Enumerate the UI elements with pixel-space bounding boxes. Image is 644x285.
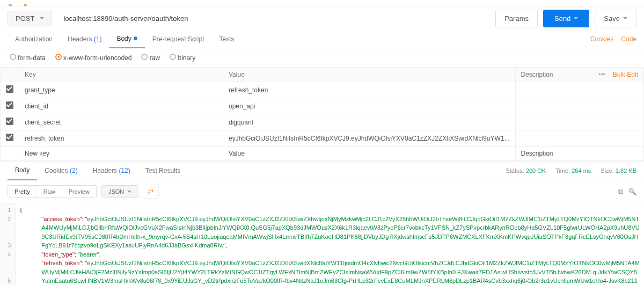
param-key[interactable]: client_id [19, 98, 223, 114]
chevron-down-icon [574, 17, 578, 19]
param-key[interactable]: client_secret [19, 114, 223, 130]
col-key: Key [19, 68, 223, 82]
resp-tab-cookies[interactable]: Cookies (2) [37, 161, 85, 180]
chevron-down-icon [623, 17, 627, 19]
view-segment: Pretty Raw Preview [8, 185, 97, 198]
param-desc[interactable] [515, 82, 644, 98]
time-value: 264 ms [572, 167, 591, 174]
format-bar: Pretty Raw Preview JSON ⇄ ⧉ 🔍 [0, 180, 644, 203]
send-button[interactable]: Send [543, 10, 589, 27]
send-label: Send [554, 14, 570, 23]
checkbox-icon[interactable] [6, 134, 13, 141]
lang-select[interactable]: JSON [101, 185, 138, 198]
cookies-link[interactable]: Cookies [590, 35, 613, 43]
radio-formdata[interactable]: form-data [10, 54, 46, 62]
pretty-btn[interactable]: Pretty [8, 186, 37, 198]
param-value[interactable]: eyJhbGciOiJSUzI1NiIsInR5cCI6IkpXVCJ9.eyJ… [223, 130, 516, 147]
request-bar: POST localhost:18890/auth-server/oauth/t… [0, 6, 644, 30]
save-button[interactable]: Save [595, 10, 636, 27]
response-body: 12 34 5678910111213 { "access_token": "e… [0, 203, 644, 285]
param-value[interactable]: refresh_token [223, 82, 516, 98]
tab-bar [0, 0, 644, 6]
param-key[interactable]: refresh_token [19, 130, 223, 147]
status-value: 200 OK [526, 167, 546, 174]
param-desc[interactable] [515, 114, 644, 130]
tab-body-label: Body [116, 35, 131, 42]
params-table: Key Value Description Bulk Edit ••• gran… [0, 67, 644, 161]
tab-headers[interactable]: Headers (1) [60, 30, 109, 48]
tab-prerequest[interactable]: Pre-request Script [145, 30, 212, 48]
more-icon[interactable]: ••• [598, 71, 605, 78]
param-desc[interactable] [515, 130, 644, 147]
tab-authorization[interactable]: Authorization [8, 30, 60, 48]
param-value[interactable]: open_api [223, 98, 516, 114]
size-value: 1.82 KB [616, 167, 636, 174]
param-desc[interactable] [515, 98, 644, 114]
checkbox-icon[interactable] [6, 118, 13, 125]
col-desc: Description Bulk Edit ••• [515, 68, 644, 82]
headers-count: (1) [94, 35, 102, 43]
table-row: refresh_tokeneyJhbGciOiJSUzI1NiIsInR5cCI… [1, 130, 644, 147]
param-key[interactable]: grant_type [19, 82, 223, 98]
save-label: Save [604, 14, 620, 23]
table-row: client_idopen_api [1, 98, 644, 114]
checkbox-icon[interactable] [6, 85, 13, 93]
tab-body[interactable]: Body [109, 30, 144, 48]
search-icon[interactable]: 🔍 [628, 188, 636, 195]
resp-tab-body[interactable]: Body [8, 161, 37, 180]
copy-icon[interactable]: ⧉ [618, 188, 623, 195]
radio-binary[interactable]: binary [170, 54, 195, 62]
checkbox-icon[interactable] [6, 101, 13, 109]
new-key-input[interactable]: New key [19, 147, 223, 161]
code-link[interactable]: Code [621, 35, 636, 43]
param-value[interactable]: digquant [223, 114, 516, 130]
radio-urlencoded[interactable]: x-www-form-urlencoded [55, 54, 132, 62]
new-value-input[interactable]: Value [223, 147, 516, 161]
preview-btn[interactable]: Preview [62, 186, 97, 198]
resp-tab-headers[interactable]: Headers (12) [85, 161, 138, 180]
col-value: Value [223, 68, 516, 82]
url-input[interactable]: localhost:18890/auth-server/oauth/token [57, 11, 490, 26]
body-type-row: form-data x-www-form-urlencoded raw bina… [0, 48, 644, 67]
table-row: grant_typerefresh_token [1, 82, 644, 98]
chevron-down-icon [40, 17, 44, 19]
bulk-edit-link[interactable]: Bulk Edit [613, 71, 638, 78]
radio-raw[interactable]: raw [141, 54, 160, 62]
new-desc-input[interactable]: Description [515, 147, 644, 161]
tab-tests[interactable]: Tests [211, 30, 241, 48]
response-tabs: Body Cookies (2) Headers (12) Test Resul… [0, 161, 644, 180]
table-row: client_secretdigquant [1, 114, 644, 130]
wrap-icon[interactable]: ⇄ [143, 185, 159, 199]
raw-btn[interactable]: Raw [37, 186, 62, 198]
request-subtabs: Authorization Headers (1) Body Pre-reque… [0, 30, 644, 48]
params-button[interactable]: Params [495, 10, 538, 27]
method-selector[interactable]: POST [8, 11, 52, 26]
tab-headers-label: Headers [68, 35, 92, 43]
resp-tab-results[interactable]: Test Results [138, 161, 188, 180]
method-label: POST [16, 14, 34, 23]
body-indicator-dot [134, 36, 137, 40]
